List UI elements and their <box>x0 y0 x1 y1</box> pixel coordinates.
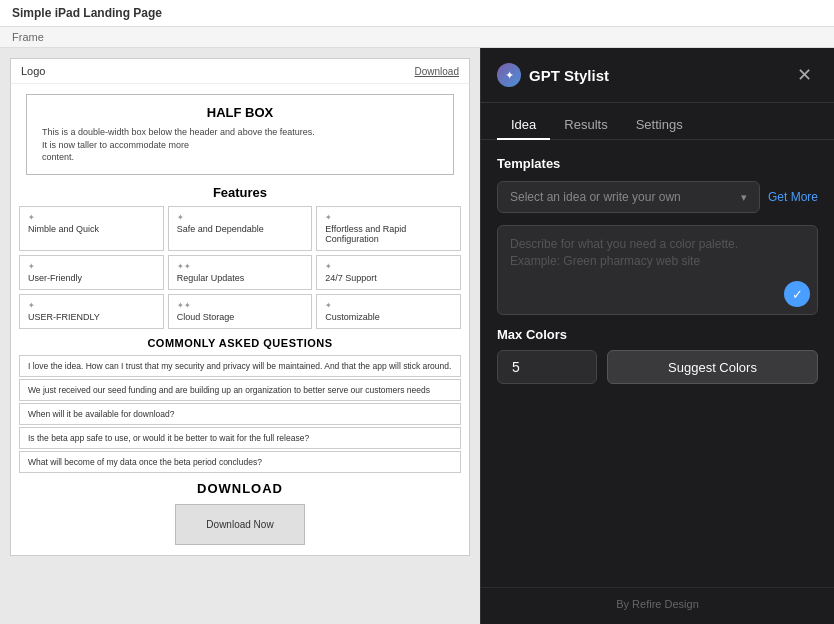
feature-label: Customizable <box>325 312 452 322</box>
faq-item: Is the beta app safe to use, or would it… <box>19 427 461 449</box>
half-box: HALF BOX This is a double-width box belo… <box>26 94 454 175</box>
dropdown-placeholder-text: Select an idea or write your own <box>510 190 681 204</box>
feature-label: Nimble and Quick <box>28 224 155 234</box>
features-title: Features <box>11 185 469 200</box>
feature-label: Safe and Dependable <box>177 224 304 234</box>
download-section-title: DOWNLOAD <box>11 481 469 496</box>
gpt-icon-symbol: ✦ <box>505 69 514 82</box>
preview-panel: Logo Download HALF BOX This is a double-… <box>0 48 480 624</box>
gpt-footer: By Refire Design <box>481 587 834 624</box>
max-colors-label: Max Colors <box>497 327 818 342</box>
faq-item: What will become of my data once the bet… <box>19 451 461 473</box>
preview-frame: Logo Download HALF BOX This is a double-… <box>10 58 470 556</box>
gpt-stylist-panel: ✦ GPT Stylist ✕ Idea Results Settings Te… <box>480 48 834 624</box>
faq-item: We just received our seed funding and ar… <box>19 379 461 401</box>
template-dropdown-row: Select an idea or write your own ▾ Get M… <box>497 181 818 213</box>
feature-icon: ✦ <box>325 213 452 222</box>
feature-icon: ✦ <box>28 301 155 310</box>
feature-icon: ✦✦ <box>177 301 304 310</box>
preview-header: Logo Download <box>11 59 469 84</box>
faq-title: COMMONLY ASKED QUESTIONS <box>11 337 469 349</box>
template-dropdown[interactable]: Select an idea or write your own ▾ <box>497 181 760 213</box>
feature-icon: ✦ <box>28 213 155 222</box>
feature-card: ✦ 24/7 Support <box>316 255 461 290</box>
feature-card: ✦ Nimble and Quick <box>19 206 164 251</box>
templates-section-label: Templates <box>497 156 818 171</box>
gpt-title-area: ✦ GPT Stylist <box>497 63 609 87</box>
description-textarea-wrapper: Describe for what you need a color palet… <box>497 225 818 315</box>
feature-label: Regular Updates <box>177 273 304 283</box>
gpt-tabs: Idea Results Settings <box>481 103 834 140</box>
feature-card: ✦ User-Friendly <box>19 255 164 290</box>
feature-label: Effortless and Rapid Configuration <box>325 224 452 244</box>
main-layout: Logo Download HALF BOX This is a double-… <box>0 48 834 624</box>
feature-label: 24/7 Support <box>325 273 452 283</box>
download-now-button[interactable]: Download Now <box>175 504 304 545</box>
frame-label: Frame <box>0 27 834 48</box>
faq-items: I love the idea. How can I trust that my… <box>11 355 469 473</box>
feature-label: Cloud Storage <box>177 312 304 322</box>
half-box-text: This is a double-width box below the hea… <box>42 126 438 164</box>
chevron-down-icon: ▾ <box>741 191 747 204</box>
feature-card: ✦ USER-FRIENDLY <box>19 294 164 329</box>
half-box-title: HALF BOX <box>42 105 438 120</box>
feature-card: ✦✦ Cloud Storage <box>168 294 313 329</box>
feature-icon: ✦ <box>325 301 452 310</box>
gpt-panel-header: ✦ GPT Stylist ✕ <box>481 48 834 103</box>
get-more-link[interactable]: Get More <box>768 190 818 204</box>
suggest-colors-button[interactable]: Suggest Colors <box>607 350 818 384</box>
colors-row: 5 Suggest Colors <box>497 350 818 384</box>
frame-label-text: Frame <box>12 31 44 43</box>
gpt-panel-title: GPT Stylist <box>529 67 609 84</box>
feature-card: ✦✦ Regular Updates <box>168 255 313 290</box>
faq-item: When will it be available for download? <box>19 403 461 425</box>
page-title: Simple iPad Landing Page <box>12 6 162 20</box>
feature-label: USER-FRIENDLY <box>28 312 155 322</box>
preview-logo: Logo <box>21 65 45 77</box>
top-bar: Simple iPad Landing Page <box>0 0 834 27</box>
download-btn-area: Download Now <box>11 504 469 545</box>
features-grid: ✦ Nimble and Quick ✦ Safe and Dependable… <box>11 206 469 329</box>
max-colors-input[interactable]: 5 <box>497 350 597 384</box>
checkmark-icon: ✓ <box>792 287 803 302</box>
tab-idea[interactable]: Idea <box>497 111 550 140</box>
feature-label: User-Friendly <box>28 273 155 283</box>
feature-icon: ✦ <box>325 262 452 271</box>
gpt-icon: ✦ <box>497 63 521 87</box>
gpt-body: Templates Select an idea or write your o… <box>481 140 834 587</box>
faq-item: I love the idea. How can I trust that my… <box>19 355 461 377</box>
feature-card: ✦ Customizable <box>316 294 461 329</box>
preview-download-link[interactable]: Download <box>415 66 459 77</box>
close-button[interactable]: ✕ <box>791 62 818 88</box>
feature-icon: ✦✦ <box>177 262 304 271</box>
tab-results[interactable]: Results <box>550 111 621 140</box>
feature-icon: ✦ <box>177 213 304 222</box>
description-textarea[interactable]: Describe for what you need a color palet… <box>497 225 818 315</box>
tab-settings[interactable]: Settings <box>622 111 697 140</box>
feature-card: ✦ Safe and Dependable <box>168 206 313 251</box>
feature-card: ✦ Effortless and Rapid Configuration <box>316 206 461 251</box>
footer-text: By Refire Design <box>616 598 699 610</box>
submit-button[interactable]: ✓ <box>784 281 810 307</box>
feature-icon: ✦ <box>28 262 155 271</box>
